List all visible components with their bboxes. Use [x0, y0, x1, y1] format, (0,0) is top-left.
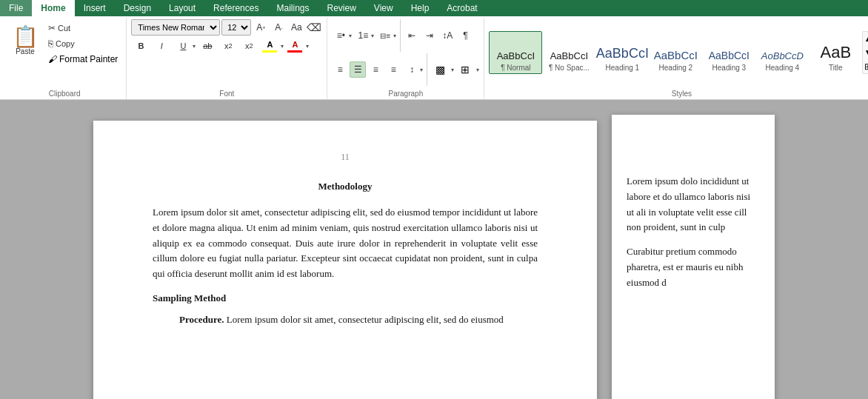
- highlight-label: A: [267, 39, 273, 50]
- tab-review[interactable]: Review: [318, 0, 364, 16]
- increase-indent-button[interactable]: ⇥: [421, 27, 438, 44]
- font-group: Times New Roman 12 891011 14161820 24283…: [127, 18, 327, 99]
- show-hide-button[interactable]: ¶: [457, 27, 473, 44]
- style-normal-preview: AaBbCcI: [497, 50, 535, 62]
- doc-column: 11 Methodology Lorem ipsum dolor sit ame…: [93, 115, 597, 388]
- tab-mailings[interactable]: Mailings: [267, 0, 318, 16]
- paragraph-group-label: Paragraph: [327, 90, 484, 98]
- style-heading1[interactable]: AaBbCcI Heading 1: [595, 31, 649, 74]
- style-no-spacing[interactable]: AaBbCcI ¶ No Spac...: [542, 31, 595, 74]
- align-right-button[interactable]: ≡: [367, 61, 384, 78]
- style-title[interactable]: AaB Title: [809, 31, 862, 74]
- underline-arrow[interactable]: ▾: [193, 43, 196, 50]
- styles-content: AaBbCcI ¶ Normal AaBbCcI ¶ No Spac... Aa…: [489, 19, 868, 98]
- bullets-arrow[interactable]: ▾: [349, 33, 352, 39]
- cut-button[interactable]: ✂ Cut: [44, 21, 121, 36]
- font-content: Times New Roman 12 891011 14161820 24283…: [131, 19, 322, 98]
- style-heading2[interactable]: AaBbCcI Heading 2: [649, 31, 702, 74]
- sidebar-page: Lorem ipsum dolo incididunt ut labore et…: [612, 115, 775, 399]
- align-center-button[interactable]: ☰: [350, 61, 366, 78]
- font-color-button[interactable]: A: [285, 38, 304, 53]
- styles-group-label: Styles: [484, 90, 868, 98]
- tab-references[interactable]: References: [204, 0, 267, 16]
- tab-file[interactable]: File: [0, 0, 32, 16]
- body-paragraph: Lorem ipsum dolor sit amet, consectetur …: [153, 205, 538, 282]
- copy-button[interactable]: ⎘ Copy: [44, 36, 121, 51]
- strikethrough-button[interactable]: ab: [198, 38, 217, 54]
- font-size-selector[interactable]: 12 891011 14161820 2428364872: [221, 19, 251, 36]
- borders-button[interactable]: ⊞: [455, 62, 475, 77]
- underline-dropdown[interactable]: U ▾: [173, 37, 196, 55]
- italic-label: I: [161, 41, 163, 50]
- increase-font-size-button[interactable]: A+: [253, 19, 269, 36]
- subscript-button[interactable]: x2: [218, 38, 238, 54]
- align-left-button[interactable]: ≡: [332, 61, 348, 78]
- numbering-button[interactable]: 1≡: [355, 27, 371, 44]
- style-normal[interactable]: AaBbCcI ¶ Normal: [489, 31, 542, 74]
- shading-arrow[interactable]: ▾: [451, 67, 454, 73]
- text-highlight-button[interactable]: A: [260, 38, 279, 53]
- tab-insert[interactable]: Insert: [75, 0, 115, 16]
- underline-button[interactable]: U: [173, 38, 193, 54]
- para-row2: ≡ ☰ ≡ ≡ ↕ ▾ ▩ ▾ ⊞ ▾: [332, 53, 479, 86]
- font-row1: Times New Roman 12 891011 14161820 24283…: [131, 19, 322, 36]
- tab-home[interactable]: Home: [32, 0, 74, 16]
- shading-icon: ▩: [435, 64, 445, 76]
- paragraph-group: ≡• ▾ 1≡ ▾ ⊟≡ ▾ ⇤ ⇥ ↕A ¶ ≡ ☰: [327, 18, 484, 99]
- shading-button[interactable]: ▩: [430, 62, 450, 77]
- justify-button[interactable]: ≡: [385, 61, 401, 78]
- page-number: 11: [153, 150, 538, 164]
- document-main: 11 Methodology Lorem ipsum dolor sit ame…: [0, 100, 868, 399]
- style-heading4-label: Heading 4: [766, 64, 800, 72]
- tab-view[interactable]: View: [365, 0, 402, 16]
- style-heading3-label: Heading 3: [712, 64, 747, 72]
- scroll-down-icon: ▼: [864, 47, 868, 58]
- expand-styles-icon: ⊞: [864, 61, 868, 72]
- styles-group: AaBbCcI ¶ Normal AaBbCcI ¶ No Spac... Aa…: [484, 18, 868, 99]
- clipboard-group-label: Clipboard: [3, 90, 126, 98]
- sidebar-spacer: [627, 144, 760, 174]
- line-spacing-dropdown[interactable]: ↕ ▾: [403, 61, 424, 78]
- format-painter-button[interactable]: 🖌 Format Painter: [44, 52, 121, 67]
- document-area: 11 Methodology Lorem ipsum dolor sit ame…: [0, 100, 868, 399]
- numbering-arrow[interactable]: ▾: [371, 33, 374, 39]
- numbering-dropdown[interactable]: 1≡ ▾: [354, 27, 375, 44]
- font-color-bar: [287, 50, 302, 53]
- main-page[interactable]: 11 Methodology Lorem ipsum dolor sit ame…: [93, 121, 597, 399]
- tab-help[interactable]: Help: [402, 0, 438, 16]
- italic-button[interactable]: I: [152, 38, 171, 54]
- superscript-button[interactable]: x2: [239, 38, 258, 54]
- ribbon-body: 📋 Paste ✂ Cut ⎘ Copy 🖌 Format Painter Cl…: [0, 16, 868, 100]
- para-divider1: [400, 19, 401, 52]
- style-heading2-label: Heading 2: [659, 64, 693, 72]
- copy-label: Copy: [56, 39, 75, 48]
- multilevel-button[interactable]: ⊟≡: [377, 27, 393, 44]
- bullets-dropdown[interactable]: ≡• ▾: [332, 27, 353, 44]
- clear-formatting-button[interactable]: ⌫: [306, 19, 322, 36]
- tab-design[interactable]: Design: [115, 0, 160, 16]
- line-spacing-arrow[interactable]: ▾: [420, 67, 423, 73]
- font-group-label: Font: [127, 90, 327, 98]
- highlight-arrow[interactable]: ▾: [281, 43, 284, 50]
- bullets-button[interactable]: ≡•: [333, 27, 349, 44]
- multilevel-arrow[interactable]: ▾: [393, 33, 396, 39]
- decrease-indent-button[interactable]: ⇤: [404, 27, 420, 44]
- line-spacing-button[interactable]: ↕: [404, 61, 420, 78]
- change-case-button[interactable]: Aa: [288, 19, 304, 36]
- multilevel-dropdown[interactable]: ⊟≡ ▾: [376, 27, 397, 44]
- font-color-arrow[interactable]: ▾: [306, 43, 309, 50]
- decrease-font-size-button[interactable]: A-: [270, 19, 287, 36]
- paste-button[interactable]: 📋 Paste: [7, 19, 43, 62]
- tab-layout[interactable]: Layout: [160, 0, 204, 16]
- borders-arrow[interactable]: ▾: [476, 67, 479, 73]
- styles-scroll-button[interactable]: ▲ ▼ ⊞: [862, 31, 868, 74]
- font-family-selector[interactable]: Times New Roman: [131, 19, 220, 36]
- style-heading3-preview: AaBbCcI: [709, 50, 750, 62]
- procedure-paragraph: Procedure. Lorem ipsum dolor sit amet, c…: [179, 312, 538, 328]
- style-heading4[interactable]: AoBbCcD Heading 4: [755, 31, 809, 74]
- sort-button[interactable]: ↕A: [439, 27, 455, 44]
- style-heading3[interactable]: AaBbCcI Heading 3: [702, 31, 755, 74]
- bold-button[interactable]: B: [131, 38, 150, 54]
- tab-acrobat[interactable]: Acrobat: [438, 0, 486, 16]
- format-painter-icon: 🖌: [48, 54, 57, 64]
